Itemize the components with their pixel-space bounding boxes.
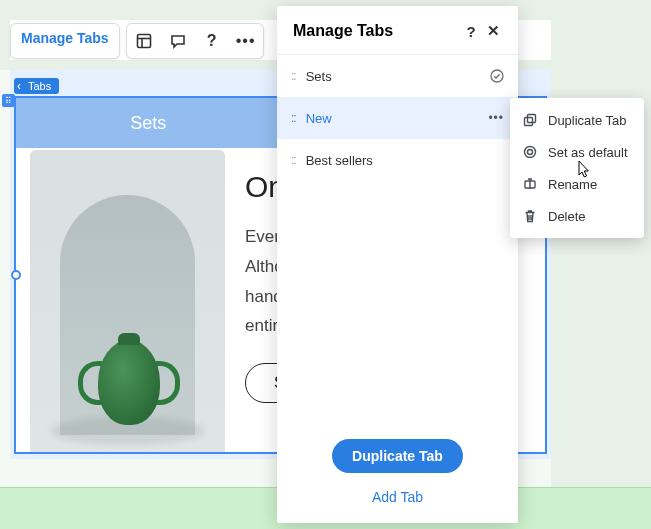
item-more-icon[interactable]: ••• (488, 111, 504, 125)
widget-tab-sets[interactable]: Sets (16, 98, 281, 148)
duplicate-tab-button[interactable]: Duplicate Tab (332, 439, 463, 473)
panel-tab-label: Best sellers (306, 153, 504, 168)
drag-dots-icon[interactable]: :: (291, 153, 296, 167)
help-icon[interactable]: ? (195, 24, 229, 58)
ctx-label: Set as default (548, 145, 628, 160)
rename-icon (522, 176, 538, 192)
panel-help-icon[interactable]: ? (460, 23, 482, 40)
panel-tab-label: Sets (306, 69, 480, 84)
delete-icon (522, 208, 538, 224)
panel-tab-label: New (306, 111, 479, 126)
tabs-breadcrumb[interactable]: Tabs (14, 78, 59, 94)
default-icon (522, 144, 538, 160)
floating-toolbar: Manage Tabs ? ••• (10, 23, 264, 59)
layout-icon[interactable] (127, 24, 161, 58)
ctx-duplicate-tab[interactable]: Duplicate Tab (510, 104, 644, 136)
manage-tabs-panel: Manage Tabs ? ✕ :: Sets :: New ••• :: Be… (277, 6, 518, 523)
svg-rect-0 (137, 35, 150, 48)
panel-close-icon[interactable]: ✕ (482, 22, 504, 40)
ctx-label: Delete (548, 209, 586, 224)
panel-tab-item-bestsellers[interactable]: :: Best sellers (277, 139, 518, 181)
ctx-label: Rename (548, 177, 597, 192)
duplicate-icon (522, 112, 538, 128)
more-icon[interactable]: ••• (229, 24, 263, 58)
ctx-delete[interactable]: Delete (510, 200, 644, 232)
drag-handle-icon[interactable]: ⠿ (2, 94, 15, 107)
svg-rect-5 (525, 118, 533, 126)
drag-dots-icon[interactable]: :: (291, 69, 296, 83)
ctx-set-default[interactable]: Set as default (510, 136, 644, 168)
drag-dots-icon[interactable]: :: (291, 111, 296, 125)
ctx-rename[interactable]: Rename (510, 168, 644, 200)
ctx-label: Duplicate Tab (548, 113, 627, 128)
panel-tab-item-new[interactable]: :: New ••• (277, 97, 518, 139)
svg-point-7 (528, 150, 533, 155)
tab-context-menu: Duplicate Tab Set as default Rename Dele… (510, 98, 644, 238)
panel-title: Manage Tabs (293, 22, 460, 40)
panel-tab-list: :: Sets :: New ••• :: Best sellers (277, 55, 518, 181)
resize-handle-left[interactable] (11, 270, 21, 280)
add-tab-link[interactable]: Add Tab (277, 489, 518, 505)
default-check-icon (490, 69, 504, 83)
comment-icon[interactable] (161, 24, 195, 58)
product-image (30, 150, 225, 452)
manage-tabs-button[interactable]: Manage Tabs (10, 23, 120, 59)
svg-rect-4 (528, 115, 536, 123)
panel-tab-item-sets[interactable]: :: Sets (277, 55, 518, 97)
svg-point-6 (525, 147, 536, 158)
